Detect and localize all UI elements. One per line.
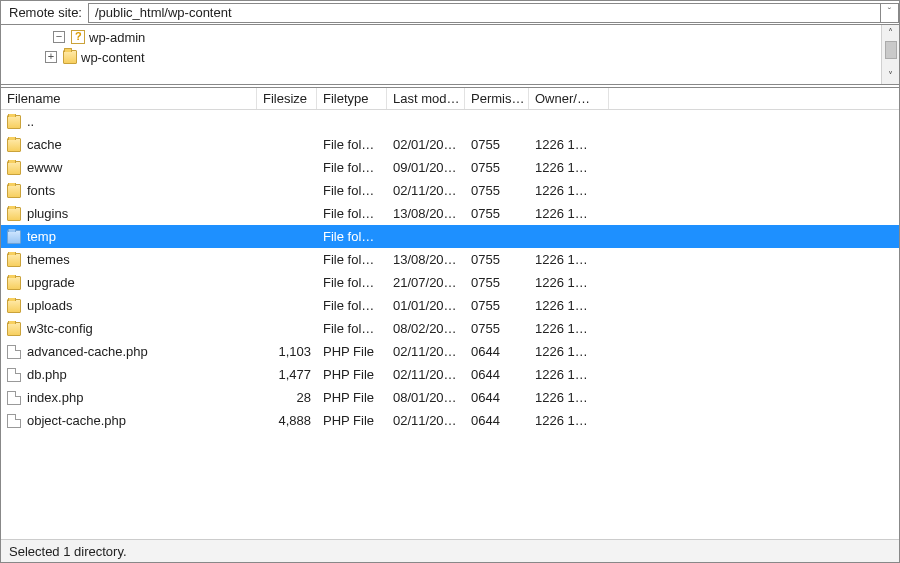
file-row[interactable]: index.php28PHP File08/01/20…06441226 1… [1, 386, 899, 409]
remote-path-dropdown[interactable]: ˇ [881, 3, 899, 23]
file-owner: 1226 1… [529, 137, 609, 152]
file-icon [7, 391, 21, 405]
file-row[interactable]: object-cache.php4,888PHP File02/11/20…06… [1, 409, 899, 432]
file-modified: 13/08/20… [387, 206, 465, 221]
file-owner: 1226 1… [529, 275, 609, 290]
file-modified: 21/07/20… [387, 275, 465, 290]
header-permissions[interactable]: Permis… [465, 88, 529, 109]
file-modified: 01/01/20… [387, 298, 465, 313]
file-type: PHP File [317, 367, 387, 382]
file-permissions: 0644 [465, 413, 529, 428]
file-owner: 1226 1… [529, 344, 609, 359]
file-permissions: 0755 [465, 160, 529, 175]
file-size: 4,888 [257, 413, 317, 428]
file-owner: 1226 1… [529, 321, 609, 336]
file-row[interactable]: .. [1, 110, 899, 133]
expander-plus-icon[interactable]: + [45, 51, 57, 63]
header-filename[interactable]: Filename [1, 88, 257, 109]
file-icon [7, 414, 21, 428]
file-type: File fol… [317, 321, 387, 336]
remote-path-bar: Remote site: ˇ [1, 1, 899, 25]
file-row[interactable]: advanced-cache.php1,103PHP File02/11/20…… [1, 340, 899, 363]
expander-minus-icon[interactable]: − [53, 31, 65, 43]
file-owner: 1226 1… [529, 298, 609, 313]
status-bar: Selected 1 directory. [1, 539, 899, 562]
file-modified: 02/11/20… [387, 344, 465, 359]
file-row[interactable]: tempFile fol… [1, 225, 899, 248]
file-type: File fol… [317, 252, 387, 267]
file-list: Filename Filesize Filetype Last mod… Per… [1, 87, 899, 538]
file-type: File fol… [317, 183, 387, 198]
file-permissions: 0644 [465, 390, 529, 405]
file-owner: 1226 1… [529, 160, 609, 175]
file-type: File fol… [317, 160, 387, 175]
file-row[interactable]: pluginsFile fol…13/08/20…07551226 1… [1, 202, 899, 225]
file-permissions: 0755 [465, 321, 529, 336]
file-owner: 1226 1… [529, 183, 609, 198]
file-type: PHP File [317, 344, 387, 359]
file-permissions: 0755 [465, 137, 529, 152]
tree-item-label: wp-content [81, 50, 145, 65]
header-filetype[interactable]: Filetype [317, 88, 387, 109]
folder-icon [7, 230, 21, 244]
file-type: PHP File [317, 413, 387, 428]
header-filesize[interactable]: Filesize [257, 88, 317, 109]
file-type: File fol… [317, 275, 387, 290]
scroll-up-icon[interactable]: ˄ [888, 25, 893, 41]
folder-icon [7, 184, 21, 198]
file-size: 1,477 [257, 367, 317, 382]
file-type: File fol… [317, 137, 387, 152]
file-modified: 08/01/20… [387, 390, 465, 405]
file-modified: 09/01/20… [387, 160, 465, 175]
file-modified: 13/08/20… [387, 252, 465, 267]
unknown-icon [71, 30, 85, 44]
file-permissions: 0755 [465, 206, 529, 221]
tree-item-wp-content[interactable]: + wp-content [1, 47, 881, 67]
header-owner[interactable]: Owner/… [529, 88, 609, 109]
tree-scrollbar[interactable]: ˄ ˅ [881, 25, 899, 84]
file-owner: 1226 1… [529, 413, 609, 428]
file-size: 28 [257, 390, 317, 405]
file-name: object-cache.php [27, 413, 126, 428]
file-modified: 02/11/20… [387, 413, 465, 428]
file-permissions: 0755 [465, 275, 529, 290]
remote-tree: − wp-admin + wp-content ˄ ˅ [1, 25, 899, 85]
file-row[interactable]: upgradeFile fol…21/07/20…07551226 1… [1, 271, 899, 294]
remote-path-label: Remote site: [1, 5, 88, 20]
folder-icon [7, 322, 21, 336]
file-permissions: 0644 [465, 367, 529, 382]
tree-item-wp-admin[interactable]: − wp-admin [1, 27, 881, 47]
file-row[interactable]: w3tc-configFile fol…08/02/20…07551226 1… [1, 317, 899, 340]
file-modified: 02/01/20… [387, 137, 465, 152]
file-row[interactable]: fontsFile fol…02/11/20…07551226 1… [1, 179, 899, 202]
folder-icon [63, 50, 77, 64]
file-type: File fol… [317, 298, 387, 313]
file-name: temp [27, 229, 56, 244]
file-rows[interactable]: ..cacheFile fol…02/01/20…07551226 1…ewww… [1, 110, 899, 538]
file-owner: 1226 1… [529, 252, 609, 267]
file-modified: 02/11/20… [387, 367, 465, 382]
file-permissions: 0755 [465, 183, 529, 198]
file-size: 1,103 [257, 344, 317, 359]
file-owner: 1226 1… [529, 390, 609, 405]
file-row[interactable]: db.php1,477PHP File02/11/20…06441226 1… [1, 363, 899, 386]
remote-path-input[interactable] [88, 3, 881, 23]
file-permissions: 0755 [465, 298, 529, 313]
file-type: PHP File [317, 390, 387, 405]
folder-icon [7, 299, 21, 313]
scroll-down-icon[interactable]: ˅ [888, 68, 893, 84]
folder-icon [7, 138, 21, 152]
file-row[interactable]: uploadsFile fol…01/01/20…07551226 1… [1, 294, 899, 317]
file-name: advanced-cache.php [27, 344, 148, 359]
file-name: plugins [27, 206, 68, 221]
file-name: index.php [27, 390, 83, 405]
header-lastmod[interactable]: Last mod… [387, 88, 465, 109]
file-row[interactable]: ewwwFile fol…09/01/20…07551226 1… [1, 156, 899, 179]
file-row[interactable]: themesFile fol…13/08/20…07551226 1… [1, 248, 899, 271]
file-row[interactable]: cacheFile fol…02/01/20…07551226 1… [1, 133, 899, 156]
file-permissions: 0755 [465, 252, 529, 267]
file-permissions: 0644 [465, 344, 529, 359]
scroll-thumb[interactable] [885, 41, 897, 59]
file-icon [7, 345, 21, 359]
file-name: fonts [27, 183, 55, 198]
